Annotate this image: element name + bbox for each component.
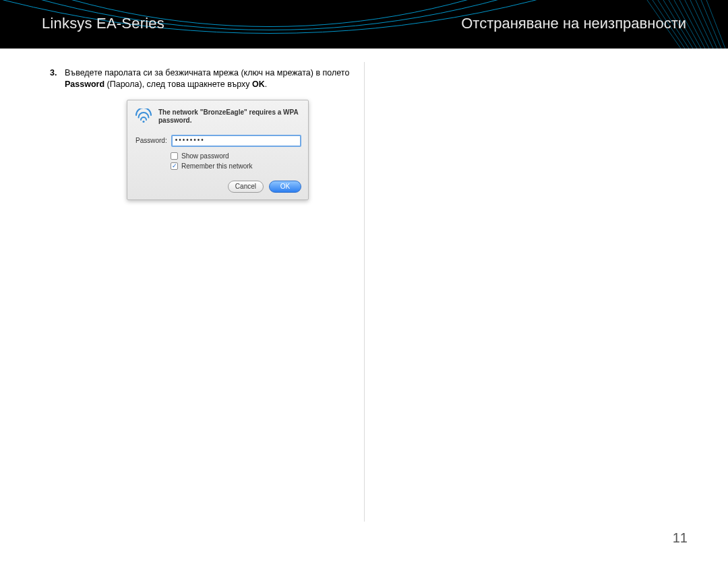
- page-header-banner: Linksys EA-Series Отстраняване на неизпр…: [0, 0, 728, 49]
- password-input[interactable]: ••••••••: [171, 135, 301, 147]
- show-password-row[interactable]: Show password: [171, 151, 301, 161]
- svg-point-12: [142, 121, 144, 123]
- header-title-right: Отстраняване на неизправности: [461, 15, 686, 32]
- step-number: 3.: [50, 67, 59, 79]
- step-3: 3. Въведете паролата си за безжичната мр…: [50, 67, 353, 90]
- step-text-part: .: [265, 80, 267, 89]
- show-password-checkbox[interactable]: [171, 152, 178, 160]
- step-bold-ok: OK: [252, 80, 265, 89]
- header-title-left: Linksys EA-Series: [42, 15, 164, 32]
- remember-network-checkbox[interactable]: ✓: [171, 162, 178, 170]
- page-body: 3. Въведете паролата си за безжичната мр…: [0, 49, 728, 562]
- remember-network-label: Remember this network: [181, 161, 253, 171]
- airport-icon: [134, 108, 153, 123]
- show-password-label: Show password: [181, 151, 229, 161]
- dialog-message: The network "BronzeEagle" requires a WPA…: [158, 108, 301, 125]
- step-text-part: (Парола), след това щракнете върху: [104, 80, 252, 89]
- page-number: 11: [673, 530, 688, 546]
- ok-button[interactable]: OK: [269, 181, 301, 193]
- step-text: Въведете паролата си за безжичната мрежа…: [65, 67, 353, 90]
- step-bold-password: Password: [65, 80, 104, 89]
- svg-line-10: [701, 0, 721, 49]
- wifi-password-dialog: The network "BronzeEagle" requires a WPA…: [127, 100, 309, 200]
- remember-network-row[interactable]: ✓ Remember this network: [171, 161, 301, 171]
- svg-line-11: [706, 0, 725, 49]
- column-divider: [364, 62, 365, 522]
- password-label: Password:: [135, 137, 167, 144]
- cancel-button[interactable]: Cancel: [228, 181, 264, 193]
- svg-line-7: [685, 0, 709, 49]
- step-text-part: Въведете паролата си за безжичната мрежа…: [65, 68, 349, 77]
- svg-line-9: [696, 0, 717, 49]
- svg-line-8: [690, 0, 713, 49]
